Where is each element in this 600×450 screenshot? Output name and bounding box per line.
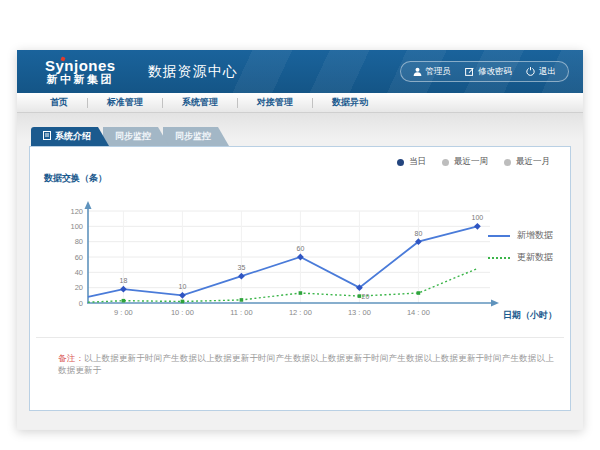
- filter-label: 最近一周: [454, 156, 488, 168]
- chart-legend: 新增数据 更新数据: [488, 229, 553, 264]
- svg-text:100: 100: [472, 214, 484, 221]
- logo-brand: Synjones: [45, 58, 116, 74]
- legend-new-data: 新增数据: [488, 229, 553, 242]
- svg-text:10: 10: [179, 283, 187, 290]
- footnote-label: 备注：: [58, 353, 84, 363]
- solid-line-swatch: [488, 235, 510, 237]
- svg-text:10 : 00: 10 : 00: [171, 308, 194, 317]
- line-chart: 0204060801001209 : 0010 : 0011 : 0012 : …: [58, 198, 506, 320]
- legend-label: 新增数据: [517, 229, 553, 242]
- time-range-filter: 当日 最近一周 最近一月: [397, 156, 550, 168]
- svg-text:13 : 00: 13 : 00: [348, 308, 371, 317]
- tab-label: 系统介绍: [55, 130, 91, 143]
- change-password-button[interactable]: 修改密码: [465, 66, 512, 78]
- svg-text:14 : 00: 14 : 00: [407, 308, 430, 317]
- svg-text:12 : 00: 12 : 00: [289, 308, 312, 317]
- nav-item-data-change[interactable]: 数据异动: [313, 96, 387, 109]
- filter-last-month[interactable]: 最近一月: [504, 156, 550, 168]
- page-title: 数据资源中心: [134, 63, 238, 81]
- document-icon: [43, 131, 51, 142]
- main-nav: 首页 标准管理 系统管理 对接管理 数据异动: [17, 93, 583, 113]
- y-axis-title: 数据交换（条）: [44, 172, 107, 185]
- chart-panel: 当日 最近一周 最近一月 数据交换（条） 0204060801001209 : …: [29, 146, 571, 411]
- tab-label: 同步监控: [115, 130, 151, 143]
- change-password-label: 修改密码: [478, 66, 512, 78]
- content-area: 系统介绍 同步监控 同步监控 当日 最近一周: [17, 113, 583, 429]
- tab-label: 同步监控: [175, 130, 211, 143]
- filter-label: 当日: [409, 156, 426, 168]
- radio-selected-icon: [397, 159, 404, 166]
- svg-text:11 : 00: 11 : 00: [230, 308, 252, 317]
- legend-label: 更新数据: [517, 251, 553, 264]
- filter-today[interactable]: 当日: [397, 156, 426, 168]
- filter-last-week[interactable]: 最近一周: [442, 156, 488, 168]
- edit-icon: [465, 67, 474, 76]
- svg-text:40: 40: [75, 268, 83, 277]
- logo: Synjones 新中新集团: [45, 58, 116, 85]
- svg-text:18: 18: [120, 277, 128, 284]
- radio-icon: [442, 159, 449, 166]
- svg-text:9 : 00: 9 : 00: [114, 308, 133, 317]
- app-window: Synjones 新中新集团 数据资源中心 管理员 修改密码 退出: [17, 50, 583, 430]
- header-bar: Synjones 新中新集团 数据资源中心 管理员 修改密码 退出: [17, 50, 583, 93]
- nav-item-standard-mgmt[interactable]: 标准管理: [88, 96, 162, 109]
- user-label: 管理员: [426, 66, 452, 78]
- logo-company: 新中新集团: [45, 74, 116, 86]
- svg-text:60: 60: [75, 253, 83, 262]
- tab-bar: 系统介绍 同步监控 同步监控: [31, 127, 571, 146]
- svg-text:0: 0: [79, 299, 83, 308]
- radio-icon: [504, 159, 511, 166]
- logout-button[interactable]: 退出: [526, 66, 556, 78]
- nav-item-home[interactable]: 首页: [31, 96, 87, 109]
- user-icon: [413, 67, 422, 76]
- power-icon: [526, 67, 535, 76]
- footnote: 备注：以上数据更新于时间产生数据以上数据更新于时间产生数据以上数据更新于时间产生…: [58, 353, 558, 377]
- nav-item-system-mgmt[interactable]: 系统管理: [163, 96, 237, 109]
- x-axis-title: 日期（小时）: [503, 309, 557, 322]
- svg-text:35: 35: [238, 264, 246, 271]
- svg-text:80: 80: [415, 230, 423, 237]
- user-account[interactable]: 管理员: [413, 66, 452, 78]
- svg-text:60: 60: [297, 245, 305, 252]
- footnote-text: 以上数据更新于时间产生数据以上数据更新于时间产生数据以上数据更新于时间产生数据以…: [58, 353, 554, 375]
- filter-label: 最近一月: [516, 156, 550, 168]
- user-menu: 管理员 修改密码 退出: [400, 61, 570, 82]
- legend-update-data: 更新数据: [488, 251, 553, 264]
- tab-sync-monitor-2[interactable]: 同步监控: [163, 127, 229, 146]
- tab-system-intro[interactable]: 系统介绍: [31, 127, 109, 146]
- tab-sync-monitor-1[interactable]: 同步监控: [103, 127, 169, 146]
- svg-text:100: 100: [70, 222, 83, 231]
- svg-text:20: 20: [75, 283, 83, 292]
- svg-text:120: 120: [70, 207, 83, 216]
- dotted-line-swatch: [488, 257, 510, 259]
- nav-item-interface-mgmt[interactable]: 对接管理: [238, 96, 312, 109]
- logout-label: 退出: [539, 66, 556, 78]
- panel-divider: [36, 337, 564, 338]
- svg-text:80: 80: [75, 237, 83, 246]
